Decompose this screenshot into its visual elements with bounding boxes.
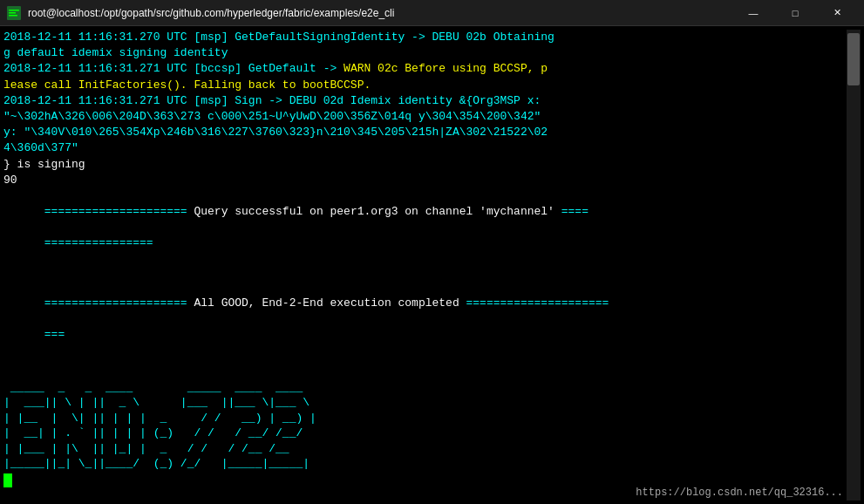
- title-bar: root@localhost:/opt/gopath/src/github.co…: [0, 0, 864, 26]
- spacer: [3, 359, 847, 373]
- terminal[interactable]: 2018-12-11 11:16:31.270 UTC [msp] GetDef…: [0, 26, 864, 504]
- scrollbar[interactable]: [847, 30, 861, 501]
- svg-rect-1: [9, 10, 19, 11]
- blank-line: [3, 268, 847, 280]
- log-line-5: 90: [3, 173, 847, 188]
- svg-rect-3: [9, 15, 17, 17]
- all-good-line: ===================== All GOOD, End-2-En…: [3, 280, 847, 359]
- watermark: https://blog.csdn.net/qq_32316...: [636, 487, 843, 499]
- log-line-4: } is signing: [3, 157, 847, 173]
- scrollbar-thumb[interactable]: [847, 33, 860, 85]
- log-line-2: 2018-12-11 11:16:31.271 UTC [bccsp] GetD…: [3, 61, 847, 92]
- cursor-line: [3, 473, 847, 487]
- svg-rect-2: [9, 12, 16, 14]
- log-line-3: 2018-12-11 11:16:31.271 UTC [msp] Sign -…: [3, 93, 847, 157]
- query-success-line: ===================== Query successful o…: [3, 188, 847, 268]
- close-button[interactable]: ✕: [817, 0, 857, 26]
- ascii-art-display: _____ _ _ ____ _____ ____ ____ | ___|| \…: [3, 380, 847, 472]
- terminal-content: 2018-12-11 11:16:31.270 UTC [msp] GetDef…: [3, 30, 847, 501]
- maximize-button[interactable]: □: [775, 0, 815, 26]
- window-controls: — □ ✕: [733, 0, 857, 26]
- minimize-button[interactable]: —: [733, 0, 773, 26]
- window-title: root@localhost:/opt/gopath/src/github.co…: [28, 7, 733, 19]
- log-line-1: 2018-12-11 11:16:31.270 UTC [msp] GetDef…: [3, 30, 847, 61]
- window-icon: [7, 6, 21, 20]
- terminal-cursor: [3, 473, 12, 487]
